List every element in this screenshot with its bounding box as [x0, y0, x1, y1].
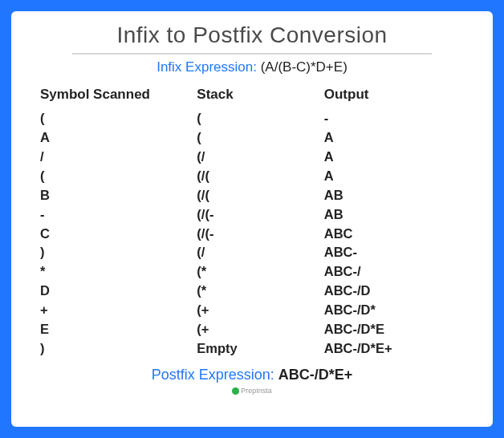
table-row: ((-	[40, 109, 464, 128]
cell-symbol: *	[40, 262, 197, 282]
cell-symbol: E	[40, 320, 197, 339]
infix-label: Infix Expression:	[156, 59, 257, 75]
postfix-expression: ABC-/D*E+	[278, 367, 353, 383]
table-body: ((-A(A/(/A((/(AB(/(AB-(/(-ABC(/(-ABC)(/A…	[40, 109, 464, 359]
cell-stack: Empty	[197, 339, 323, 359]
col-stack: Stack	[197, 87, 323, 109]
col-output: Output	[324, 87, 464, 109]
table-row: C(/(-ABC	[40, 225, 464, 244]
table-row: )EmptyABC-/D*E+	[40, 339, 464, 359]
cell-stack: (*	[197, 262, 323, 282]
postfix-line: Postfix Expression: ABC-/D*E+	[40, 367, 464, 383]
cell-symbol: /	[40, 148, 197, 167]
page-title: Infix to Postfix Conversion	[72, 22, 432, 55]
cell-output: A	[324, 148, 464, 167]
brand-logo-icon	[232, 387, 239, 395]
cell-output: A	[324, 128, 464, 148]
cell-stack: (+	[197, 320, 323, 339]
table-row: -(/(-AB	[40, 205, 464, 225]
cell-symbol: (	[40, 167, 197, 186]
table-row: +(+ABC-/D*	[40, 301, 464, 320]
cell-symbol: A	[40, 128, 197, 148]
cell-output: AB	[324, 186, 464, 205]
cell-stack: (*	[197, 282, 323, 301]
cell-symbol: +	[40, 301, 197, 320]
table-row: )(/ABC-	[40, 243, 464, 262]
cell-output: AB	[324, 205, 464, 225]
cell-symbol: B	[40, 186, 197, 205]
table-row: B(/(AB	[40, 186, 464, 205]
postfix-label: Postfix Expression:	[152, 367, 274, 383]
card: Infix to Postfix Conversion Infix Expres…	[11, 11, 493, 427]
table-row: ((/(A	[40, 167, 464, 186]
table-row: *(*ABC-/	[40, 262, 464, 282]
cell-stack: (/(	[197, 167, 323, 186]
cell-symbol: )	[40, 339, 197, 359]
conversion-table: Symbol Scanned Stack Output ((-A(A/(/A((…	[40, 87, 464, 359]
cell-symbol: -	[40, 205, 197, 225]
cell-stack: (/	[197, 148, 323, 167]
cell-stack: (/(	[197, 186, 323, 205]
cell-stack: (	[197, 128, 323, 148]
cell-symbol: C	[40, 225, 197, 244]
infix-expression: (A/(B-C)*D+E)	[261, 59, 348, 75]
cell-output: A	[324, 167, 464, 186]
cell-output: ABC	[324, 225, 464, 244]
cell-symbol: )	[40, 243, 197, 262]
table-row: E(+ABC-/D*E	[40, 320, 464, 339]
col-symbol: Symbol Scanned	[40, 87, 197, 109]
infix-line: Infix Expression: (A/(B-C)*D+E)	[40, 59, 464, 75]
cell-output: ABC-/D*	[324, 301, 464, 320]
cell-symbol: (	[40, 109, 197, 128]
table-row: /(/A	[40, 148, 464, 167]
table-row: D(*ABC-/D	[40, 282, 464, 301]
cell-stack: (/(-	[197, 225, 323, 244]
cell-symbol: D	[40, 282, 197, 301]
cell-output: ABC-/D*E	[324, 320, 464, 339]
cell-output: ABC-/	[324, 262, 464, 282]
brand-text: PrepInsta	[241, 387, 272, 395]
cell-stack: (/(-	[197, 205, 323, 225]
table-row: A(A	[40, 128, 464, 148]
brand: PrepInsta	[40, 387, 464, 395]
cell-output: ABC-/D*E+	[324, 339, 464, 359]
cell-output: ABC-	[324, 243, 464, 262]
cell-stack: (/	[197, 243, 323, 262]
cell-output: -	[324, 109, 464, 128]
table-header: Symbol Scanned Stack Output	[40, 87, 464, 109]
cell-stack: (+	[197, 301, 323, 320]
cell-stack: (	[197, 109, 323, 128]
cell-output: ABC-/D	[324, 282, 464, 301]
